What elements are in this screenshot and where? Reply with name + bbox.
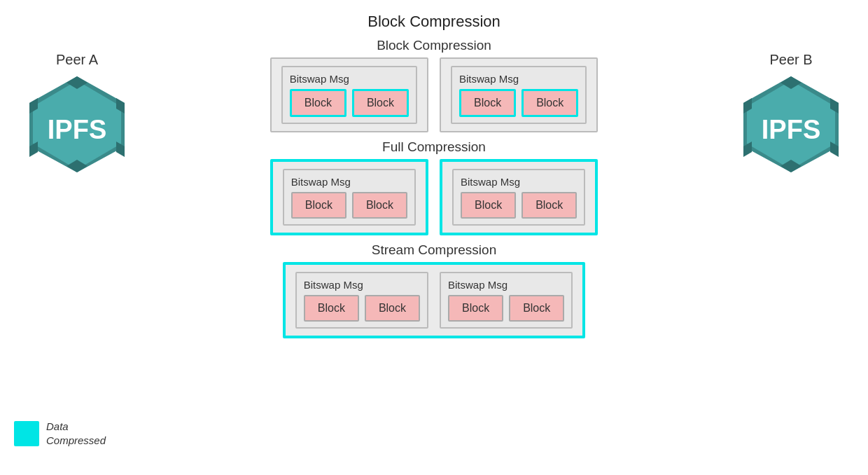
stream-compression-left-msg: Bitswap Msg Block Block: [295, 272, 428, 329]
peer-a-label: Peer A: [56, 52, 98, 68]
full-compression-right-msg-label: Bitswap Msg: [461, 176, 577, 188]
main-layout: Peer A IPFS Block Compression: [0, 38, 868, 338]
block-item: Block: [304, 295, 359, 322]
block-compression-title: Block Compression: [377, 38, 491, 53]
svg-text:IPFS: IPFS: [48, 115, 106, 144]
full-compression-left-outer: Bitswap Msg Block Block: [270, 159, 428, 235]
stream-compression-section: Stream Compression Bitswap Msg Block Blo…: [154, 242, 714, 338]
block-item: Block: [365, 295, 420, 322]
block-item: Block: [290, 89, 346, 117]
full-compression-right-msg: Bitswap Msg Block Block: [452, 169, 585, 226]
center-content: Block Compression Bitswap Msg Block Bloc…: [147, 38, 721, 338]
block-item: Block: [461, 192, 516, 219]
legend-line2: Compressed: [46, 434, 106, 446]
legend: Data Compressed: [14, 420, 106, 447]
stream-compression-outer: Bitswap Msg Block Block Bitswap Msg Bloc…: [283, 262, 586, 338]
stream-compression-msg-row: Bitswap Msg Block Block Bitswap Msg Bloc…: [283, 262, 586, 338]
block-compression-left-msg-label: Bitswap Msg: [290, 73, 409, 85]
page-title: Block Compression: [0, 0, 868, 31]
block-item: Block: [509, 295, 564, 322]
peer-b-label: Peer B: [769, 52, 812, 68]
peer-a-section: Peer A IPFS: [7, 38, 147, 175]
svg-text:IPFS: IPFS: [762, 115, 820, 144]
full-compression-left-msg: Bitswap Msg Block Block: [283, 169, 416, 226]
block-compression-msg-row: Bitswap Msg Block Block Bitswap Msg Bloc…: [270, 57, 598, 132]
block-item: Block: [291, 192, 346, 219]
legend-color-box: [14, 421, 39, 446]
stream-compression-right-blocks: Block Block: [448, 295, 564, 322]
block-item: Block: [352, 89, 409, 117]
stream-compression-right-msg: Bitswap Msg Block Block: [440, 272, 573, 329]
block-compression-right-msg-label: Bitswap Msg: [459, 73, 578, 85]
full-compression-left-blocks: Block Block: [291, 192, 407, 219]
full-compression-title: Full Compression: [382, 139, 486, 155]
stream-compression-left-blocks: Block Block: [304, 295, 420, 322]
legend-line1: Data: [46, 420, 69, 432]
block-compression-left-blocks: Block Block: [290, 89, 409, 117]
block-item: Block: [522, 89, 578, 117]
block-item: Block: [448, 295, 503, 322]
legend-text: Data Compressed: [46, 420, 106, 447]
block-item: Block: [459, 89, 516, 117]
block-compression-right-blocks: Block Block: [459, 89, 578, 117]
block-compression-section: Block Compression Bitswap Msg Block Bloc…: [154, 38, 714, 132]
full-compression-msg-row: Bitswap Msg Block Block Bitswap Msg Bloc…: [270, 159, 598, 235]
block-item: Block: [352, 192, 407, 219]
full-compression-right-blocks: Block Block: [461, 192, 577, 219]
peer-b-icon: IPFS: [735, 74, 847, 175]
full-compression-left-msg-label: Bitswap Msg: [291, 176, 407, 188]
peer-b-section: Peer B IPFS: [721, 38, 861, 175]
full-compression-right-outer: Bitswap Msg Block Block: [440, 159, 598, 235]
peer-a-icon: IPFS: [21, 74, 133, 175]
stream-compression-title: Stream Compression: [372, 242, 496, 258]
block-compression-left-outer: Bitswap Msg Block Block: [270, 57, 428, 132]
block-compression-right-outer: Bitswap Msg Block Block: [440, 57, 598, 132]
block-item: Block: [522, 192, 577, 219]
stream-compression-left-msg-label: Bitswap Msg: [304, 279, 420, 291]
block-compression-left-msg: Bitswap Msg Block Block: [281, 66, 417, 124]
block-compression-right-msg: Bitswap Msg Block Block: [451, 66, 587, 124]
stream-compression-right-msg-label: Bitswap Msg: [448, 279, 564, 291]
full-compression-section: Full Compression Bitswap Msg Block Block: [154, 139, 714, 235]
